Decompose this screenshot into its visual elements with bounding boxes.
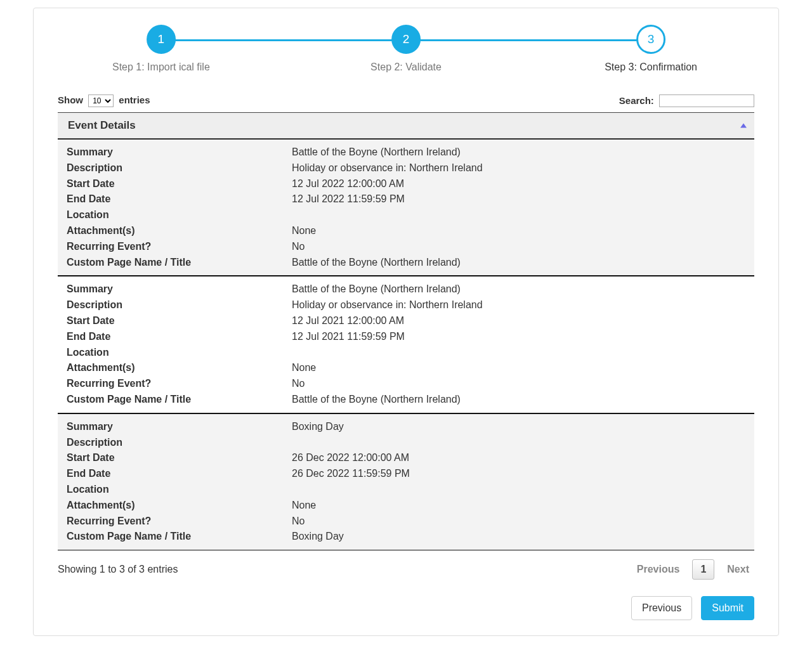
step-label: Step 3: Confirmation xyxy=(605,62,697,73)
field-label: Recurring Event? xyxy=(67,376,292,392)
field-label: Recurring Event? xyxy=(67,514,292,529)
field-description: DescriptionHoliday or observance in: Nor… xyxy=(67,297,745,313)
field-label: Location xyxy=(67,345,292,361)
field-value xyxy=(292,435,745,451)
field-value: None xyxy=(292,360,745,376)
search-control: Search: xyxy=(619,94,754,107)
field-value: Holiday or observance in: Northern Irela… xyxy=(292,297,745,313)
field-label: End Date xyxy=(67,329,292,345)
field-value: None xyxy=(292,223,745,239)
field-label: Custom Page Name / Title xyxy=(67,392,292,408)
page-next[interactable]: Next xyxy=(722,561,754,578)
field-location: Location xyxy=(67,207,745,223)
field-value: 26 Dec 2022 12:00:00 AM xyxy=(292,450,745,466)
datatable-bottom-controls: Showing 1 to 3 of 3 entries Previous 1 N… xyxy=(58,559,754,580)
table-header-label: Event Details xyxy=(68,119,136,131)
field-description: DescriptionHoliday or observance in: Nor… xyxy=(67,160,745,176)
page-number[interactable]: 1 xyxy=(692,559,714,580)
datatable-top-controls: Show 10 entries Search: xyxy=(58,94,754,107)
field-recurring: Recurring Event?No xyxy=(67,514,745,529)
field-label: Attachment(s) xyxy=(67,223,292,239)
wizard-submit-button[interactable]: Submit xyxy=(701,596,754,620)
field-value: Battle of the Boyne (Northern Ireland) xyxy=(292,255,745,271)
search-label: Search: xyxy=(619,95,654,106)
field-label: Description xyxy=(67,435,292,451)
field-label: Recurring Event? xyxy=(67,239,292,255)
step-circle: 3 xyxy=(636,25,665,54)
field-label: Summary xyxy=(67,282,292,297)
field-value: Holiday or observance in: Northern Irela… xyxy=(292,160,745,176)
wizard-previous-button[interactable]: Previous xyxy=(631,596,692,620)
field-label: Description xyxy=(67,160,292,176)
step-label: Step 1: Import ical file xyxy=(112,62,210,73)
wizard-footer: Previous Submit xyxy=(58,596,754,620)
field-start_date: Start Date12 Jul 2021 12:00:00 AM xyxy=(67,313,745,329)
field-location: Location xyxy=(67,345,745,361)
field-value: 12 Jul 2021 12:00:00 AM xyxy=(292,313,745,329)
field-attachments: Attachment(s)None xyxy=(67,360,745,376)
field-value: 12 Jul 2022 12:00:00 AM xyxy=(292,176,745,192)
field-start_date: Start Date12 Jul 2022 12:00:00 AM xyxy=(67,176,745,192)
field-value: Battle of the Boyne (Northern Ireland) xyxy=(292,392,745,408)
field-recurring: Recurring Event?No xyxy=(67,376,745,392)
step-circle: 2 xyxy=(391,25,421,54)
confirmation-panel: 1 Step 1: Import ical file 2 Step 2: Val… xyxy=(33,8,779,636)
event-row: SummaryBoxing DayDescriptionStart Date26… xyxy=(58,413,754,550)
field-end_date: End Date12 Jul 2021 11:59:59 PM xyxy=(67,329,745,345)
field-value: 12 Jul 2021 11:59:59 PM xyxy=(292,329,745,345)
field-value: Battle of the Boyne (Northern Ireland) xyxy=(292,282,745,297)
step-3[interactable]: 3 Step 3: Confirmation xyxy=(605,25,697,73)
field-label: Location xyxy=(67,482,292,498)
field-value xyxy=(292,207,745,223)
field-label: End Date xyxy=(67,192,292,207)
table-header[interactable]: Event Details xyxy=(58,112,754,139)
field-value: No xyxy=(292,376,745,392)
length-suffix: entries xyxy=(119,94,150,105)
field-attachments: Attachment(s)None xyxy=(67,498,745,514)
field-value: No xyxy=(292,514,745,529)
field-location: Location xyxy=(67,482,745,498)
field-value: Boxing Day xyxy=(292,529,745,545)
step-2[interactable]: 2 Step 2: Validate xyxy=(370,25,442,73)
field-label: Custom Page Name / Title xyxy=(67,529,292,545)
table-info: Showing 1 to 3 of 3 entries xyxy=(58,564,178,575)
field-value: Battle of the Boyne (Northern Ireland) xyxy=(292,145,745,160)
field-value: Boxing Day xyxy=(292,419,745,435)
pagination: Previous 1 Next xyxy=(632,559,754,580)
field-label: Attachment(s) xyxy=(67,360,292,376)
field-summary: SummaryBattle of the Boyne (Northern Ire… xyxy=(67,145,745,160)
step-1[interactable]: 1 Step 1: Import ical file xyxy=(112,25,210,73)
step-circle: 1 xyxy=(147,25,176,54)
field-summary: SummaryBoxing Day xyxy=(67,419,745,435)
wizard-stepper: 1 Step 1: Import ical file 2 Step 2: Val… xyxy=(134,25,678,75)
field-label: End Date xyxy=(67,466,292,482)
field-label: Summary xyxy=(67,145,292,160)
event-row: SummaryBattle of the Boyne (Northern Ire… xyxy=(58,139,754,276)
field-custom_title: Custom Page Name / TitleBoxing Day xyxy=(67,529,745,545)
field-label: Attachment(s) xyxy=(67,498,292,514)
length-control: Show 10 entries xyxy=(58,94,150,107)
search-input[interactable] xyxy=(659,94,754,107)
field-recurring: Recurring Event?No xyxy=(67,239,745,255)
event-row: SummaryBattle of the Boyne (Northern Ire… xyxy=(58,276,754,413)
field-value: 26 Dec 2022 11:59:59 PM xyxy=(292,466,745,482)
field-custom_title: Custom Page Name / TitleBattle of the Bo… xyxy=(67,392,745,408)
field-value: No xyxy=(292,239,745,255)
field-label: Location xyxy=(67,207,292,223)
field-value xyxy=(292,482,745,498)
field-attachments: Attachment(s)None xyxy=(67,223,745,239)
field-value xyxy=(292,345,745,361)
field-summary: SummaryBattle of the Boyne (Northern Ire… xyxy=(67,282,745,297)
field-description: Description xyxy=(67,435,745,451)
field-value: 12 Jul 2022 11:59:59 PM xyxy=(292,192,745,207)
field-end_date: End Date26 Dec 2022 11:59:59 PM xyxy=(67,466,745,482)
field-start_date: Start Date26 Dec 2022 12:00:00 AM xyxy=(67,450,745,466)
length-select[interactable]: 10 xyxy=(88,94,114,107)
field-value: None xyxy=(292,498,745,514)
field-label: Custom Page Name / Title xyxy=(67,255,292,271)
field-end_date: End Date12 Jul 2022 11:59:59 PM xyxy=(67,192,745,207)
field-label: Start Date xyxy=(67,313,292,329)
length-prefix: Show xyxy=(58,94,83,105)
page-previous[interactable]: Previous xyxy=(632,561,685,578)
sort-asc-icon xyxy=(740,124,747,128)
